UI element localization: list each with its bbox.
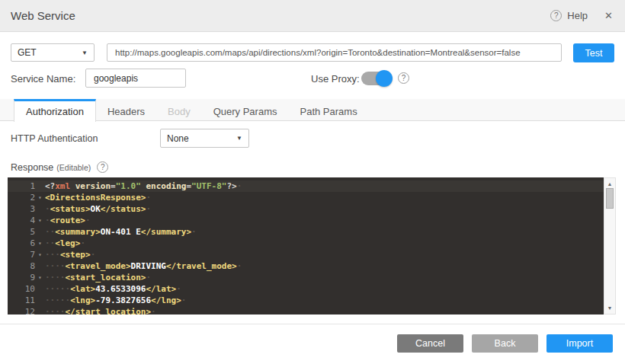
code-line[interactable]: 5··<summary>ON-401 E</summary>· [8,226,604,238]
help-link[interactable]: Help [567,10,588,21]
fold-arrow-icon[interactable]: ▾ [35,272,45,283]
code-text: ·····<lat>43.6533096</lat>· [45,283,181,295]
code-line[interactable]: 11·····<lng>-79.3827656</lng>· [8,295,604,306]
code-line[interactable]: 9▾····<start_location>· [8,272,604,283]
code-line[interactable]: 2▾<DirectionsResponse>· [8,192,604,203]
line-number: 4 [8,215,35,226]
code-text: ····</start_location>· [45,306,156,315]
response-header: Response (Editable) ? [11,161,108,173]
line-number: 2 [8,192,35,203]
code-text: ····<travel_mode>DRIVING</travel_mode>· [45,260,242,272]
line-number: 11 [8,295,35,306]
line-number: 8 [8,260,35,272]
code-line[interactable]: 1<?xml version="1.0" encoding="UTF-8"?>· [8,180,604,192]
use-proxy-label: Use Proxy: [311,73,360,85]
code-text: <?xml version="1.0" encoding="UTF-8"?>· [45,180,242,192]
fold-spacer [35,180,45,192]
response-label: Response [11,162,53,173]
chevron-down-icon: ▼ [82,49,88,56]
fold-spacer [35,226,45,238]
code-text: ·<route>· [45,215,91,226]
use-proxy-toggle[interactable] [361,71,390,86]
code-line[interactable]: 6▾··<leg>· [8,238,604,249]
header-actions: ? Help ✕ [550,10,613,21]
proxy-help-icon[interactable]: ? [398,72,409,84]
fold-arrow-icon[interactable]: ▾ [35,238,45,249]
dialog-title: Web Service [11,9,75,22]
code-line[interactable]: 8····<travel_mode>DRIVING</travel_mode>· [8,260,604,272]
test-button[interactable]: Test [573,43,614,62]
code-line[interactable]: 10·····<lat>43.6533096</lat>· [8,283,604,295]
line-number: 6 [8,238,35,249]
tab-headers[interactable]: Headers [96,99,156,121]
code-line[interactable]: 7▾···<step>· [8,249,604,260]
dialog-header: Web Service ? Help ✕ [0,0,625,32]
fold-arrow-icon[interactable]: ▾ [35,249,45,260]
cancel-button[interactable]: Cancel [397,334,463,353]
tab-path-params[interactable]: Path Params [288,99,368,121]
line-number: 5 [8,226,35,238]
scroll-up-icon[interactable]: ▲ [604,181,615,187]
close-icon[interactable]: ✕ [604,10,613,21]
service-name-input[interactable] [85,69,186,88]
code-line[interactable]: 3·<status>OK</status>· [8,203,604,215]
response-editable-note: (Editable) [56,163,91,172]
http-method-value: GET [18,47,37,58]
code-line[interactable]: 4▾·<route>· [8,215,604,226]
http-authentication-value: None [167,133,189,144]
fold-spacer [35,203,45,215]
code-text: ····<start_location>· [45,272,151,283]
code-text: ··<leg>· [45,238,85,249]
toggle-thumb [376,70,393,87]
code-editor[interactable]: 1<?xml version="1.0" encoding="UTF-8"?>·… [8,177,604,315]
service-name-label: Service Name: [11,73,75,85]
tab-authorization[interactable]: Authorization [14,99,96,122]
line-number: 12 [8,306,35,315]
back-button[interactable]: Back [472,334,538,353]
code-text: ···<step>· [45,249,95,260]
http-method-select[interactable]: GET ▼ [11,43,95,62]
line-number: 10 [8,283,35,295]
tab-bar: AuthorizationHeadersBodyQuery ParamsPath… [0,99,625,121]
code-text: ··<summary>ON-401 E</summary>· [45,226,197,238]
fold-arrow-icon[interactable]: ▾ [35,192,45,203]
fold-spacer [35,306,45,315]
fold-spacer [35,295,45,306]
line-number: 9 [8,272,35,283]
chevron-down-icon: ▼ [236,135,242,142]
url-input[interactable] [107,43,562,62]
fold-arrow-icon[interactable]: ▾ [35,215,45,226]
response-help-icon[interactable]: ? [97,161,108,173]
code-line[interactable]: 12····</start_location>· [8,306,604,315]
code-text: <DirectionsResponse>· [45,192,151,203]
scrollbar-thumb[interactable] [606,188,614,209]
tab-query-params[interactable]: Query Params [202,99,289,121]
line-number: 1 [8,180,35,192]
editor-scrollbar[interactable]: ▲ ▼ [604,177,616,315]
code-text: ·<status>OK</status>· [45,203,151,215]
footer-divider [0,324,625,324]
scroll-down-icon[interactable]: ▼ [604,305,615,311]
fold-spacer [35,260,45,272]
import-button[interactable]: Import [546,334,613,353]
fold-spacer [35,283,45,295]
code-text: ·····<lng>-79.3827656</lng>· [45,295,186,306]
help-icon[interactable]: ? [550,10,562,21]
tab-body[interactable]: Body [156,99,202,121]
line-number: 3 [8,203,35,215]
http-authentication-select[interactable]: None ▼ [160,129,249,148]
http-authentication-label: HTTP Authentication [11,133,98,144]
line-number: 7 [8,249,35,260]
